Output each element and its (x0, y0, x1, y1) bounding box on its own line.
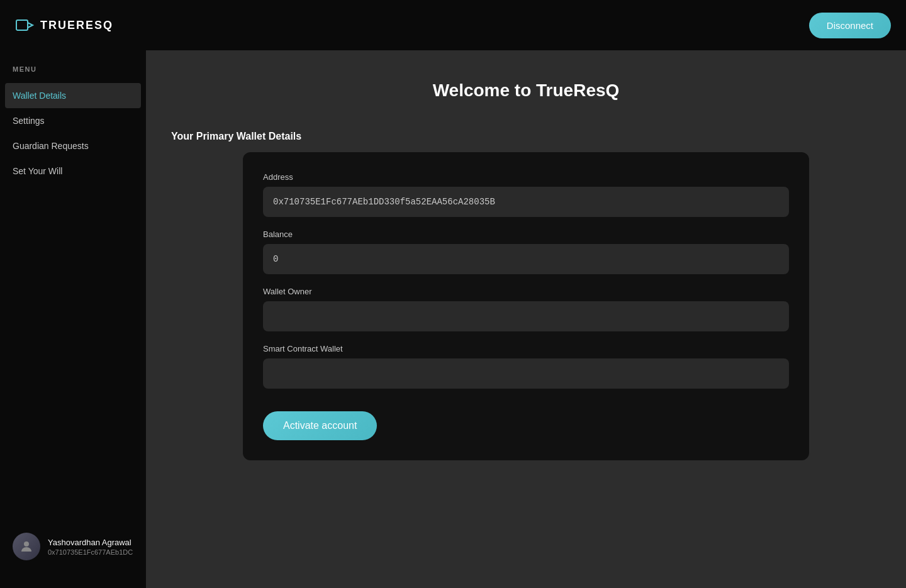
balance-field-group: Balance (263, 230, 789, 274)
sidebar-item-wallet-details[interactable]: Wallet Details (5, 83, 141, 108)
address-field-group: Address (263, 172, 789, 217)
page-title: Welcome to TrueResQ (171, 80, 881, 101)
sidebar-item-settings[interactable]: Settings (0, 108, 146, 133)
balance-input[interactable] (263, 244, 789, 274)
body-layout: MENU Wallet Details Settings Guardian Re… (0, 50, 906, 588)
section-title: Your Primary Wallet Details (171, 131, 881, 142)
user-info: Yashovardhan Agrawal 0x710735E1Fc677AEb1… (48, 538, 133, 556)
smart-contract-field-group: Smart Contract Wallet (263, 344, 789, 389)
sidebar-footer: Yashovardhan Agrawal 0x710735E1Fc677AEb1… (0, 520, 146, 573)
balance-label: Balance (263, 230, 789, 239)
wallet-owner-label: Wallet Owner (263, 287, 789, 296)
sidebar-item-set-your-will[interactable]: Set Your Will (0, 158, 146, 184)
logo-text: TRUERESQ (40, 19, 113, 32)
disconnect-button[interactable]: Disconnect (809, 13, 891, 38)
wallet-owner-field-group: Wallet Owner (263, 287, 789, 331)
address-label: Address (263, 172, 789, 182)
svg-rect-0 (16, 20, 28, 30)
wallet-details-card: Address Balance Wallet Owner Smart Contr… (243, 152, 809, 460)
sidebar-item-guardian-requests[interactable]: Guardian Requests (0, 133, 146, 158)
smart-contract-label: Smart Contract Wallet (263, 344, 789, 353)
main-content: Welcome to TrueResQ Your Primary Wallet … (146, 50, 906, 588)
logo-icon (15, 15, 35, 35)
activate-account-button[interactable]: Activate account (263, 411, 377, 440)
svg-point-1 (24, 541, 29, 546)
wallet-owner-input[interactable] (263, 301, 789, 331)
header: TRUERESQ Disconnect (0, 0, 906, 50)
menu-label: MENU (0, 65, 146, 83)
user-address: 0x710735E1Fc677AEb1DC (48, 548, 133, 556)
address-input[interactable] (263, 187, 789, 217)
user-name: Yashovardhan Agrawal (48, 538, 133, 547)
sidebar: MENU Wallet Details Settings Guardian Re… (0, 50, 146, 588)
logo-area: TRUERESQ (15, 15, 113, 35)
avatar (13, 533, 40, 560)
smart-contract-input[interactable] (263, 358, 789, 389)
